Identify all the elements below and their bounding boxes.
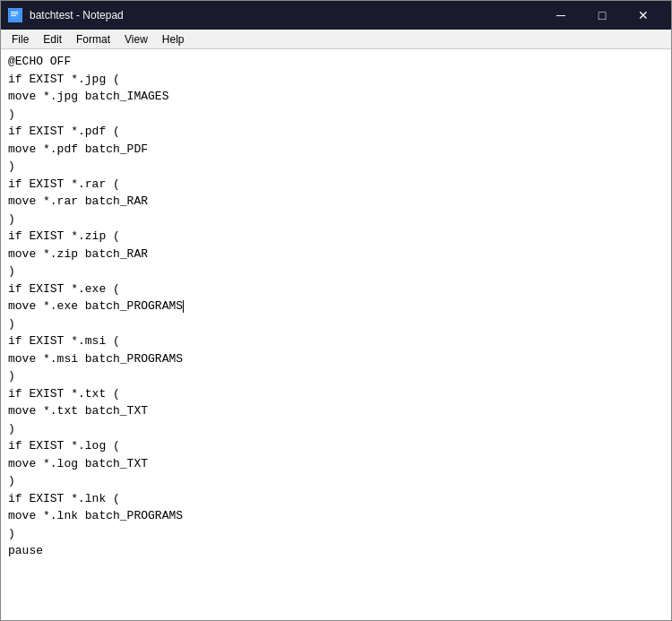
editor-container: @ECHO OFF if EXIST *.jpg ( move *.jpg ba… (1, 49, 671, 620)
menu-view[interactable]: View (117, 31, 155, 47)
svg-rect-3 (11, 15, 16, 16)
window-title: batchtest - Notepad (30, 9, 124, 22)
svg-rect-1 (11, 12, 18, 13)
title-bar-left: batchtest - Notepad (8, 8, 124, 22)
menu-edit[interactable]: Edit (36, 31, 69, 47)
svg-rect-2 (11, 13, 18, 14)
window-controls: ─ □ ✕ (540, 1, 664, 30)
close-button[interactable]: ✕ (623, 1, 664, 30)
menu-format[interactable]: Format (69, 31, 117, 47)
menu-file[interactable]: File (4, 31, 36, 47)
menu-help[interactable]: Help (155, 31, 192, 47)
app-icon (8, 8, 22, 22)
minimize-button[interactable]: ─ (540, 1, 582, 30)
title-bar: batchtest - Notepad ─ □ ✕ (1, 1, 671, 30)
notepad-window: batchtest - Notepad ─ □ ✕ File Edit Form… (0, 0, 672, 621)
text-cursor (183, 300, 184, 313)
menu-bar: File Edit Format View Help (1, 30, 671, 49)
text-editor[interactable]: @ECHO OFF if EXIST *.jpg ( move *.jpg ba… (1, 49, 671, 620)
maximize-button[interactable]: □ (582, 1, 623, 30)
